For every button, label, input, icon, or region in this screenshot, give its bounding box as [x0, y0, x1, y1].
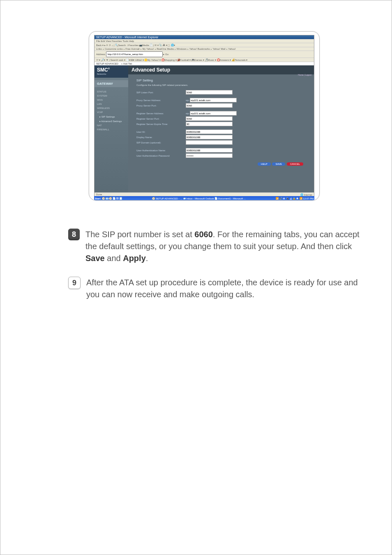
input-reg-expire[interactable] [186, 122, 233, 126]
router-content: SMC® Networks GATEWAY STATUS SYSTEM WAN … [95, 65, 314, 194]
row-display-name: Display Name: [128, 134, 314, 140]
label-auth-pass: User Authentication Password: [136, 155, 186, 157]
label-sip-listen-port: SIP Listen Port: [136, 91, 186, 94]
input-user-id[interactable] [186, 130, 233, 134]
ie-toolbar[interactable]: Back ▾ ▸ ✕ ⟳ ⌂ | 🔍Search ☆Favorites 📷Med… [95, 43, 314, 47]
row-auth-name: User Authentication Name: [128, 148, 314, 153]
yahoo-toolbar[interactable]: Y! ▾ 🔎▾ ▼ | Search web ▾ 📑▾ 🖂▾ ⊟Mail ▾ 🟡… [95, 58, 314, 62]
label-sip-domain: SIP Domain (optional): [136, 141, 186, 144]
nav-system[interactable]: SYSTEM [97, 94, 128, 98]
start-button[interactable]: Start [95, 197, 101, 200]
label-user-id: User ID: [136, 131, 186, 133]
input-auth-pass[interactable] [186, 153, 233, 158]
row-proxy-port: Proxy Server Port: [128, 103, 314, 108]
page: SETUP ADVANCED - Microsoft Internet Expl… [0, 0, 392, 555]
ie-menubar[interactable]: File Edit View Favorites Tools Help [95, 39, 314, 43]
windows-taskbar[interactable]: Start 🧭 📧 🧭 📄 🖼 🧾 🧭 SETUP ADVANCED - ...… [94, 196, 314, 200]
input-display-name[interactable] [186, 135, 233, 139]
ie-address-bar: Address ▸ Go [95, 51, 314, 58]
row-reg-addr: Register Server Address: sip: [128, 111, 314, 116]
input-auth-name[interactable] [186, 148, 233, 153]
address-input[interactable] [106, 51, 163, 57]
step-8: 8 The SIP port number is set at 6060. Fo… [68, 229, 363, 264]
nav-wan[interactable]: WAN [97, 98, 128, 102]
row-reg-port: Register Server Port: [128, 116, 314, 121]
add-tab[interactable]: + Add Tab [121, 62, 132, 65]
row-sip-listen-port: SIP Listen Port: [128, 90, 314, 95]
prefix-sip-2: sip: [186, 112, 189, 115]
nav-firewall[interactable]: FIREWALL [97, 127, 128, 132]
step-8-text: The SIP port number is set at 6060. For … [85, 229, 363, 264]
nav-sip-settings[interactable]: ▸ SIP Settings [97, 114, 128, 119]
cancel-button[interactable]: CANCEL [287, 162, 303, 166]
screenshot-frame: SETUP ADVANCED - Microsoft Internet Expl… [89, 31, 320, 201]
nav-lan[interactable]: LAN [97, 102, 128, 106]
step-9-text: After the ATA set up procedure is comple… [86, 277, 363, 301]
status-right: 🌐 Internet [300, 193, 312, 196]
label-reg-expire: Register Server Expire Time: [136, 123, 186, 125]
label-proxy-addr: Proxy Server Address: [136, 99, 186, 102]
input-sip-domain[interactable] [186, 140, 233, 145]
gateway-label: GATEWAY [95, 80, 128, 87]
sidebar-nav: STATUS SYSTEM WAN LAN WIRELESS VOIP ▸ SI… [95, 90, 128, 132]
label-proxy-port: Proxy Server Port: [136, 104, 186, 107]
label-auth-name: User Authentication Name: [136, 149, 186, 152]
ie-window: SETUP ADVANCED - Microsoft Internet Expl… [94, 35, 314, 197]
step-9: 9 After the ATA set up procedure is comp… [68, 277, 363, 301]
prefix-sip: sip: [186, 99, 189, 102]
ie-titlebar: SETUP ADVANCED - Microsoft Internet Expl… [95, 35, 314, 39]
main-header: Advanced Setup [128, 65, 314, 74]
label-reg-addr: Register Server Address: [136, 112, 186, 115]
logo-text: SMC [97, 67, 108, 73]
input-reg-port[interactable] [186, 116, 233, 121]
row-user-id: User ID: [128, 129, 314, 134]
quicklaunch[interactable]: 🧭 📧 🧭 📄 🖼 🧾 [102, 197, 122, 200]
nav-wireless[interactable]: WIRELESS [97, 106, 128, 110]
smc-logo: SMC® Networks [95, 65, 128, 78]
button-row: HELP SAVE CANCEL [128, 158, 314, 166]
label-display-name: Display Name: [136, 136, 186, 139]
panel-subtitle: Configure the following SIP related para… [128, 84, 314, 90]
nav-voip[interactable]: VOIP [97, 110, 128, 114]
systray[interactable]: 📶 🔊 🖥 🔌 🖨 🔒 🗣 📶 12:07 PM [276, 197, 314, 200]
row-proxy-addr: Proxy Server Address: sip: [128, 97, 314, 103]
main-panel: Advanced Setup Home | Logout SIP Setting… [128, 65, 314, 194]
row-reg-expire: Register Server Expire Time: [128, 121, 314, 127]
nav-advanced-settings[interactable]: ▸ Advance3 Settings [97, 119, 128, 123]
step-9-badge: 9 [68, 277, 81, 289]
input-proxy-addr[interactable] [190, 98, 237, 102]
taskbar-windows[interactable]: 🧭 SETUP ADVANCED - ... 📨 Inbox - Microso… [152, 197, 246, 200]
address-label: Address [96, 53, 105, 56]
panel-title: SIP Setting [128, 74, 314, 84]
row-auth-pass: User Authentication Password: [128, 153, 314, 158]
help-button[interactable]: HELP [258, 162, 271, 166]
input-proxy-port[interactable] [186, 103, 233, 108]
logo-subtext: Networks [97, 73, 126, 75]
nav-nat[interactable]: NAT [97, 123, 128, 127]
input-reg-addr[interactable] [190, 111, 237, 116]
status-left: Done [96, 193, 102, 196]
address-go[interactable]: ▸ Go [163, 53, 168, 56]
label-reg-port: Register Server Port: [136, 118, 186, 120]
step-8-badge: 8 [68, 229, 80, 240]
save-button[interactable]: SAVE [272, 162, 285, 166]
home-logout[interactable]: Home | Logout [298, 74, 311, 76]
nav-status[interactable]: STATUS [97, 90, 128, 94]
tab-row: SETUP ADVANCED + Add Tab [95, 62, 314, 65]
tab-setup-advanced[interactable]: SETUP ADVANCED [96, 62, 118, 65]
row-sip-domain: SIP Domain (optional): [128, 140, 314, 145]
sidebar: SMC® Networks GATEWAY STATUS SYSTEM WAN … [95, 65, 128, 194]
ie-links-bar[interactable]: Links » Customize Links » Free Hotmail »… [95, 47, 314, 51]
input-sip-listen-port[interactable] [186, 90, 233, 95]
